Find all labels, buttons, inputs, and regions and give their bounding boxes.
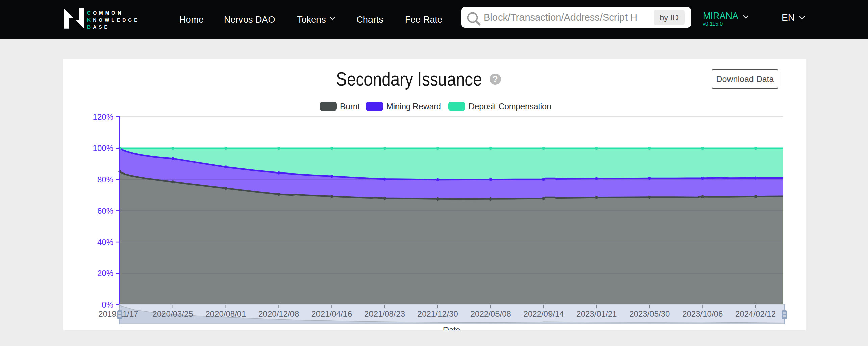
svg-text:2023/05/30: 2023/05/30 <box>629 309 670 318</box>
svg-text:0%: 0% <box>102 300 113 309</box>
svg-text:20%: 20% <box>97 269 113 278</box>
svg-text:2020/03/25: 2020/03/25 <box>153 309 193 318</box>
svg-text:2020/08/01: 2020/08/01 <box>205 309 246 318</box>
svg-text:2021/08/23: 2021/08/23 <box>364 309 405 318</box>
svg-text:60%: 60% <box>97 206 113 215</box>
svg-text:2024/02/12: 2024/02/12 <box>735 309 776 318</box>
svg-text:80%: 80% <box>97 175 113 184</box>
svg-text:Date: Date <box>443 325 460 330</box>
svg-text:2023/10/06: 2023/10/06 <box>682 309 723 318</box>
svg-text:2021/04/16: 2021/04/16 <box>311 309 352 318</box>
svg-text:40%: 40% <box>97 238 113 247</box>
svg-text:2022/05/08: 2022/05/08 <box>470 309 511 318</box>
svg-text:2022/09/14: 2022/09/14 <box>524 309 564 318</box>
svg-text:2023/01/21: 2023/01/21 <box>576 309 617 318</box>
svg-text:100%: 100% <box>93 143 113 153</box>
svg-text:120%: 120% <box>93 112 113 122</box>
svg-text:2020/12/08: 2020/12/08 <box>258 309 299 318</box>
svg-text:2021/12/30: 2021/12/30 <box>417 309 458 318</box>
